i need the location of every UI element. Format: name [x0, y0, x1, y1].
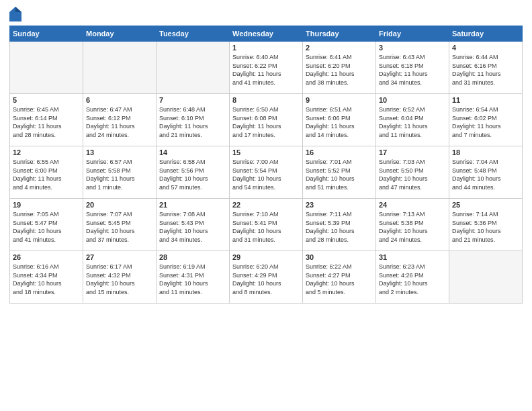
day-info: Sunrise: 7:08 AM Sunset: 5:43 PM Dayligh… [159, 210, 226, 244]
day-number: 22 [232, 201, 300, 209]
day-info: Sunrise: 7:04 AM Sunset: 5:48 PM Dayligh… [452, 158, 519, 191]
week-row-3: 12Sunrise: 6:55 AM Sunset: 6:00 PM Dayli… [10, 146, 523, 199]
day-info: Sunrise: 6:17 AM Sunset: 4:32 PM Dayligh… [86, 263, 153, 296]
day-cell: 23Sunrise: 7:11 AM Sunset: 5:39 PM Dayli… [303, 199, 376, 251]
day-number: 16 [306, 148, 373, 156]
day-cell: 10Sunrise: 6:52 AM Sunset: 6:04 PM Dayli… [376, 94, 449, 146]
day-cell: 5Sunrise: 6:45 AM Sunset: 6:14 PM Daylig… [10, 94, 83, 146]
day-info: Sunrise: 6:48 AM Sunset: 6:10 PM Dayligh… [159, 105, 226, 139]
day-info: Sunrise: 7:07 AM Sunset: 5:45 PM Dayligh… [86, 210, 153, 244]
day-info: Sunrise: 6:58 AM Sunset: 5:56 PM Dayligh… [159, 158, 226, 191]
main-container: SundayMondayTuesdayWednesdayThursdayFrid… [0, 0, 532, 308]
day-cell [449, 251, 523, 304]
day-cell: 31Sunrise: 6:23 AM Sunset: 4:26 PM Dayli… [376, 251, 449, 304]
day-info: Sunrise: 7:00 AM Sunset: 5:54 PM Dayligh… [232, 158, 300, 191]
day-number: 8 [232, 96, 300, 104]
day-cell: 30Sunrise: 6:22 AM Sunset: 4:27 PM Dayli… [303, 251, 376, 304]
logo [9, 7, 24, 21]
day-info: Sunrise: 6:19 AM Sunset: 4:31 PM Dayligh… [159, 263, 226, 296]
col-header-friday: Friday [376, 26, 449, 42]
day-number: 17 [379, 148, 446, 156]
day-info: Sunrise: 6:23 AM Sunset: 4:26 PM Dayligh… [379, 263, 446, 296]
day-cell: 8Sunrise: 6:50 AM Sunset: 6:08 PM Daylig… [230, 94, 303, 146]
svg-marker-1 [15, 7, 21, 12]
col-header-thursday: Thursday [303, 26, 376, 42]
col-header-wednesday: Wednesday [230, 26, 303, 42]
day-cell: 22Sunrise: 7:10 AM Sunset: 5:41 PM Dayli… [230, 199, 303, 251]
day-info: Sunrise: 7:11 AM Sunset: 5:39 PM Dayligh… [306, 210, 373, 244]
day-cell: 1Sunrise: 6:40 AM Sunset: 6:22 PM Daylig… [230, 42, 303, 94]
day-number: 7 [159, 96, 226, 104]
day-info: Sunrise: 6:20 AM Sunset: 4:29 PM Dayligh… [232, 263, 300, 296]
day-number: 5 [13, 96, 80, 104]
day-info: Sunrise: 6:44 AM Sunset: 6:16 PM Dayligh… [452, 53, 519, 87]
calendar-header-row: SundayMondayTuesdayWednesdayThursdayFrid… [10, 26, 523, 42]
day-info: Sunrise: 7:14 AM Sunset: 5:36 PM Dayligh… [452, 210, 519, 244]
day-info: Sunrise: 6:22 AM Sunset: 4:27 PM Dayligh… [306, 263, 373, 296]
day-number: 4 [452, 44, 519, 52]
day-cell [157, 42, 230, 94]
day-number: 12 [13, 148, 80, 156]
day-cell: 17Sunrise: 7:03 AM Sunset: 5:50 PM Dayli… [376, 146, 449, 199]
day-number: 30 [306, 253, 373, 261]
day-cell: 14Sunrise: 6:58 AM Sunset: 5:56 PM Dayli… [157, 146, 230, 199]
day-cell: 7Sunrise: 6:48 AM Sunset: 6:10 PM Daylig… [157, 94, 230, 146]
day-number: 15 [232, 148, 300, 156]
day-cell: 11Sunrise: 6:54 AM Sunset: 6:02 PM Dayli… [449, 94, 523, 146]
logo-icon [9, 7, 21, 21]
week-row-4: 19Sunrise: 7:05 AM Sunset: 5:47 PM Dayli… [10, 199, 523, 251]
day-cell: 6Sunrise: 6:47 AM Sunset: 6:12 PM Daylig… [83, 94, 157, 146]
day-number: 26 [13, 253, 80, 261]
week-row-2: 5Sunrise: 6:45 AM Sunset: 6:14 PM Daylig… [10, 94, 523, 146]
col-header-saturday: Saturday [449, 26, 523, 42]
day-cell: 4Sunrise: 6:44 AM Sunset: 6:16 PM Daylig… [449, 42, 523, 94]
day-number: 13 [86, 148, 153, 156]
col-header-sunday: Sunday [10, 26, 83, 42]
day-cell: 2Sunrise: 6:41 AM Sunset: 6:20 PM Daylig… [303, 42, 376, 94]
day-cell: 15Sunrise: 7:00 AM Sunset: 5:54 PM Dayli… [230, 146, 303, 199]
day-number: 25 [452, 201, 519, 209]
day-info: Sunrise: 6:52 AM Sunset: 6:04 PM Dayligh… [379, 105, 446, 139]
day-info: Sunrise: 7:01 AM Sunset: 5:52 PM Dayligh… [306, 158, 373, 191]
day-cell: 9Sunrise: 6:51 AM Sunset: 6:06 PM Daylig… [303, 94, 376, 146]
day-number: 18 [452, 148, 519, 156]
day-number: 24 [379, 201, 446, 209]
header-row [9, 7, 523, 21]
day-info: Sunrise: 7:05 AM Sunset: 5:47 PM Dayligh… [13, 210, 80, 244]
week-row-5: 26Sunrise: 6:16 AM Sunset: 4:34 PM Dayli… [10, 251, 523, 304]
day-info: Sunrise: 7:03 AM Sunset: 5:50 PM Dayligh… [379, 158, 446, 191]
day-number: 9 [306, 96, 373, 104]
day-number: 29 [232, 253, 300, 261]
day-cell: 24Sunrise: 7:13 AM Sunset: 5:38 PM Dayli… [376, 199, 449, 251]
col-header-tuesday: Tuesday [157, 26, 230, 42]
day-info: Sunrise: 6:54 AM Sunset: 6:02 PM Dayligh… [452, 105, 519, 139]
day-info: Sunrise: 6:51 AM Sunset: 6:06 PM Dayligh… [306, 105, 373, 139]
day-number: 20 [86, 201, 153, 209]
day-number: 10 [379, 96, 446, 104]
day-cell: 19Sunrise: 7:05 AM Sunset: 5:47 PM Dayli… [10, 199, 83, 251]
day-cell [83, 42, 157, 94]
day-cell: 29Sunrise: 6:20 AM Sunset: 4:29 PM Dayli… [230, 251, 303, 304]
day-number: 11 [452, 96, 519, 104]
day-info: Sunrise: 6:57 AM Sunset: 5:58 PM Dayligh… [86, 158, 153, 191]
day-number: 21 [159, 201, 226, 209]
day-cell: 13Sunrise: 6:57 AM Sunset: 5:58 PM Dayli… [83, 146, 157, 199]
day-cell: 16Sunrise: 7:01 AM Sunset: 5:52 PM Dayli… [303, 146, 376, 199]
day-info: Sunrise: 7:10 AM Sunset: 5:41 PM Dayligh… [232, 210, 300, 244]
day-number: 28 [159, 253, 226, 261]
day-cell [10, 42, 83, 94]
day-number: 6 [86, 96, 153, 104]
day-info: Sunrise: 7:13 AM Sunset: 5:38 PM Dayligh… [379, 210, 446, 244]
day-info: Sunrise: 6:55 AM Sunset: 6:00 PM Dayligh… [13, 158, 80, 191]
day-info: Sunrise: 6:50 AM Sunset: 6:08 PM Dayligh… [232, 105, 300, 139]
day-cell: 21Sunrise: 7:08 AM Sunset: 5:43 PM Dayli… [157, 199, 230, 251]
day-cell: 12Sunrise: 6:55 AM Sunset: 6:00 PM Dayli… [10, 146, 83, 199]
day-info: Sunrise: 6:16 AM Sunset: 4:34 PM Dayligh… [13, 263, 80, 296]
day-info: Sunrise: 6:47 AM Sunset: 6:12 PM Dayligh… [86, 105, 153, 139]
day-cell: 28Sunrise: 6:19 AM Sunset: 4:31 PM Dayli… [157, 251, 230, 304]
day-cell: 26Sunrise: 6:16 AM Sunset: 4:34 PM Dayli… [10, 251, 83, 304]
day-info: Sunrise: 6:43 AM Sunset: 6:18 PM Dayligh… [379, 53, 446, 87]
day-info: Sunrise: 6:45 AM Sunset: 6:14 PM Dayligh… [13, 105, 80, 139]
day-number: 2 [306, 44, 373, 52]
day-cell: 18Sunrise: 7:04 AM Sunset: 5:48 PM Dayli… [449, 146, 523, 199]
